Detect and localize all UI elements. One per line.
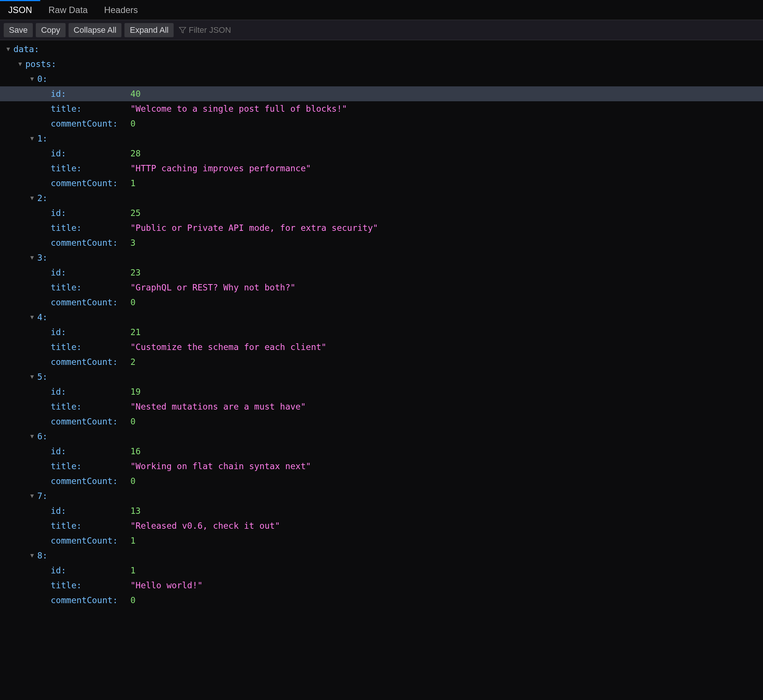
tree-key: commentCount: [51, 473, 118, 489]
tree-value: "Working on flat chain syntax next" [130, 459, 311, 473]
chevron-down-icon[interactable]: ▼ [28, 191, 36, 206]
tree-value: "Customize the schema for each client" [130, 339, 326, 355]
chevron-down-icon[interactable]: ▼ [28, 429, 36, 444]
tree-leaf[interactable]: title:"Nested mutations are a must have" [0, 399, 763, 414]
chevron-down-icon[interactable]: ▼ [28, 250, 36, 265]
tree-key: posts: [25, 56, 56, 72]
tree-key: 7: [37, 489, 48, 503]
tree-value: 28 [130, 146, 141, 161]
tree-leaf[interactable]: commentCount:0 [0, 414, 763, 429]
tree-key: commentCount: [51, 533, 118, 548]
tree-node-array-item[interactable]: ▼0: [0, 72, 763, 86]
tree-leaf[interactable]: title:"Working on flat chain syntax next… [0, 459, 763, 473]
tree-node-array-item[interactable]: ▼5: [0, 369, 763, 384]
tab-headers[interactable]: Headers [96, 0, 146, 20]
tree-key: commentCount: [51, 176, 118, 191]
chevron-down-icon[interactable]: ▼ [28, 131, 36, 146]
tree-leaf[interactable]: commentCount:0 [0, 116, 763, 131]
chevron-down-icon[interactable]: ▼ [28, 310, 36, 325]
tree-leaf[interactable]: id:25 [0, 206, 763, 220]
tree-leaf[interactable]: id:19 [0, 384, 763, 399]
chevron-down-icon[interactable]: ▼ [5, 42, 12, 56]
tree-node-array-item[interactable]: ▼4: [0, 310, 763, 325]
filter-icon [179, 27, 186, 34]
tree-key: id: [51, 146, 66, 161]
chevron-down-icon[interactable]: ▼ [16, 56, 24, 72]
filter-input[interactable] [188, 25, 278, 35]
tree-value: 13 [130, 503, 141, 518]
tree-value: 1 [130, 176, 136, 191]
tree-node-array-item[interactable]: ▼2: [0, 191, 763, 206]
tree-key: commentCount: [51, 593, 118, 608]
tree-value: 16 [130, 444, 141, 459]
tree-leaf[interactable]: title:"Customize the schema for each cli… [0, 339, 763, 355]
tree-leaf[interactable]: id:1 [0, 563, 763, 578]
chevron-down-icon[interactable]: ▼ [28, 548, 36, 563]
tab-bar: JSON Raw Data Headers [0, 0, 763, 20]
tree-node-posts[interactable]: ▼ posts: [0, 56, 763, 72]
tree-key: id: [51, 206, 66, 220]
tree-node-array-item[interactable]: ▼1: [0, 131, 763, 146]
collapse-all-button[interactable]: Collapse All [69, 23, 122, 37]
tree-leaf[interactable]: title:"Welcome to a single post full of … [0, 101, 763, 116]
tree-value: 1 [130, 563, 136, 578]
tree-leaf[interactable]: title:"GraphQL or REST? Why not both?" [0, 280, 763, 295]
tree-value: "Released v0.6, check it out" [130, 518, 280, 533]
tree-key: commentCount: [51, 414, 118, 429]
tree-leaf[interactable]: commentCount:0 [0, 473, 763, 489]
tree-node-array-item[interactable]: ▼7: [0, 489, 763, 503]
tab-json[interactable]: JSON [0, 0, 40, 20]
tree-leaf[interactable]: commentCount:1 [0, 533, 763, 548]
expand-all-button[interactable]: Expand All [124, 23, 174, 37]
tree-value: 0 [130, 414, 136, 429]
tree-leaf[interactable]: id:40 [0, 86, 763, 101]
tree-leaf[interactable]: commentCount:2 [0, 355, 763, 369]
tree-node-array-item[interactable]: ▼6: [0, 429, 763, 444]
tree-leaf[interactable]: id:16 [0, 444, 763, 459]
tree-key: id: [51, 563, 66, 578]
tree-leaf[interactable]: commentCount:3 [0, 235, 763, 250]
tree-value: 0 [130, 593, 136, 608]
copy-button[interactable]: Copy [36, 23, 65, 37]
json-tree: ▼ data: ▼ posts: ▼0:id:40title:"Welcome … [0, 40, 763, 608]
tree-leaf[interactable]: commentCount:1 [0, 176, 763, 191]
chevron-down-icon[interactable]: ▼ [28, 72, 36, 86]
tree-key: commentCount: [51, 355, 118, 369]
tree-key: 5: [37, 369, 48, 384]
tree-key: 0: [37, 72, 48, 86]
tree-key: title: [51, 339, 81, 355]
tree-key: title: [51, 161, 81, 176]
save-button[interactable]: Save [4, 23, 33, 37]
tree-value: 40 [130, 86, 141, 101]
tree-leaf[interactable]: id:13 [0, 503, 763, 518]
tree-key: 6: [37, 429, 48, 444]
tab-raw-data[interactable]: Raw Data [40, 0, 96, 20]
tree-value: "Hello world!" [130, 578, 203, 593]
tree-leaf[interactable]: title:"Hello world!" [0, 578, 763, 593]
tree-node-data[interactable]: ▼ data: [0, 42, 763, 56]
tree-leaf[interactable]: commentCount:0 [0, 593, 763, 608]
tree-key: commentCount: [51, 235, 118, 250]
tree-value: 3 [130, 235, 136, 250]
tree-key: id: [51, 265, 66, 280]
tree-leaf[interactable]: id:23 [0, 265, 763, 280]
tree-key: 1: [37, 131, 48, 146]
tree-node-array-item[interactable]: ▼3: [0, 250, 763, 265]
tree-key: id: [51, 503, 66, 518]
filter-wrap [177, 25, 278, 35]
tree-leaf[interactable]: id:28 [0, 146, 763, 161]
tree-node-array-item[interactable]: ▼8: [0, 548, 763, 563]
tree-key: commentCount: [51, 116, 118, 131]
tree-leaf[interactable]: title:"HTTP caching improves performance… [0, 161, 763, 176]
tree-leaf[interactable]: title:"Released v0.6, check it out" [0, 518, 763, 533]
tree-value: "HTTP caching improves performance" [130, 161, 311, 176]
tree-key: id: [51, 86, 66, 101]
chevron-down-icon[interactable]: ▼ [28, 489, 36, 503]
tree-key: 2: [37, 191, 48, 206]
tree-leaf[interactable]: title:"Public or Private API mode, for e… [0, 220, 763, 235]
tree-leaf[interactable]: id:21 [0, 325, 763, 339]
chevron-down-icon[interactable]: ▼ [28, 369, 36, 384]
tree-leaf[interactable]: commentCount:0 [0, 295, 763, 310]
tree-key: id: [51, 444, 66, 459]
tree-value: 25 [130, 206, 141, 220]
